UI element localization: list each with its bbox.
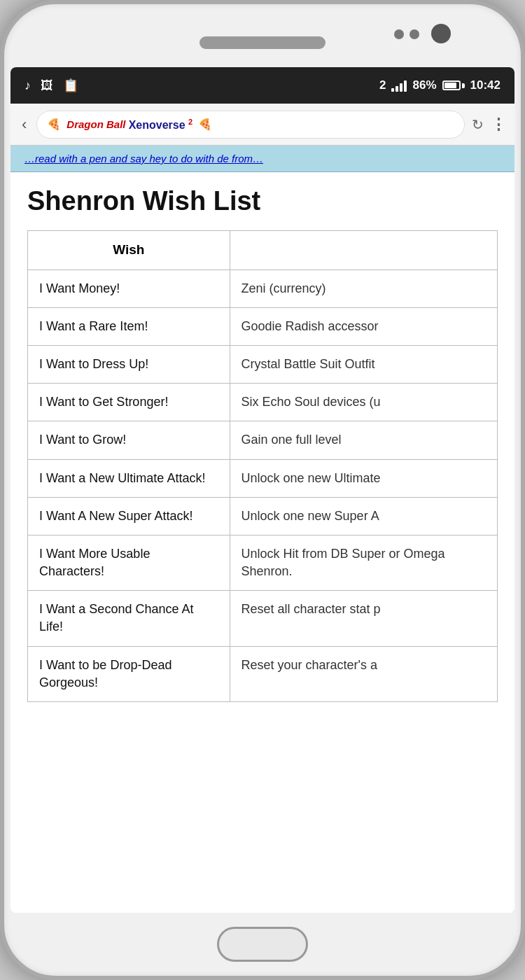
music-icon: ♪ (24, 78, 31, 93)
battery-icon (442, 80, 465, 90)
phone-screen: ♪ 🖼 📋 2 86% 10:42 (10, 67, 514, 913)
reward-cell: Unlock one new Super A (230, 497, 497, 535)
tab-title-main: Xenoverse 2 (129, 119, 193, 131)
col-header-reward (230, 231, 497, 270)
reward-cell: Gain one full level (230, 421, 497, 459)
reward-cell: Unlock one new Ultimate (230, 459, 497, 497)
status-bar: ♪ 🖼 📋 2 86% 10:42 (10, 67, 514, 104)
front-sensors (394, 29, 419, 39)
status-icons-left: ♪ 🖼 📋 (24, 78, 78, 93)
tab-favicon-right: 🍕 (198, 118, 212, 131)
browser-reload-button[interactable]: ↻ (472, 116, 484, 133)
wish-cell: I Want a Second Chance At Life! (28, 591, 230, 646)
reward-cell: Zeni (currency) (230, 270, 497, 307)
speaker-grille (200, 36, 326, 49)
reward-cell: Reset your character's a (230, 646, 497, 701)
clock: 10:42 (470, 78, 500, 92)
sim-indicator: 2 (379, 78, 386, 92)
signal-bars (391, 79, 407, 92)
page-body: Shenron Wish List Wish I Want Money!Zeni… (10, 172, 514, 716)
home-button[interactable] (217, 927, 308, 962)
image-icon: 🖼 (41, 78, 53, 93)
signal-bar-3 (400, 83, 402, 92)
wish-cell: I Want to Dress Up! (28, 345, 230, 383)
page-content: …read with a pen and say hey to do with … (10, 146, 514, 913)
col-header-wish: Wish (28, 231, 230, 270)
reward-cell: Crystal Battle Suit Outfit (230, 345, 497, 383)
wish-cell: I Want a Rare Item! (28, 307, 230, 345)
wish-cell: I Want a New Ultimate Attack! (28, 459, 230, 497)
browser-menu-button[interactable]: ⋮ (491, 115, 506, 134)
phone-top-bar (4, 4, 521, 67)
phone-frame: ♪ 🖼 📋 2 86% 10:42 (0, 0, 525, 980)
top-strip-text: …read with a pen and say hey to do with … (24, 153, 263, 164)
browser-nav-bar: ‹ 🍕 Dragon Ball Xenoverse 2 🍕 ↻ ⋮ (10, 104, 514, 146)
clipboard-icon: 📋 (63, 78, 78, 93)
wish-cell: I Want A New Super Attack! (28, 497, 230, 535)
status-right: 2 86% 10:42 (379, 78, 500, 92)
browser-address-bar[interactable]: 🍕 Dragon Ball Xenoverse 2 🍕 (36, 111, 465, 139)
reward-cell: Reset all character stat p (230, 591, 497, 646)
table-row: I Want Money!Zeni (currency) (28, 270, 498, 307)
page-top-strip: …read with a pen and say hey to do with … (10, 146, 514, 172)
signal-bar-1 (391, 88, 394, 92)
tab-sup: 2 (188, 117, 192, 125)
browser-back-button[interactable]: ‹ (19, 113, 29, 136)
page-title: Shenron Wish List (27, 186, 498, 216)
signal-bar-4 (404, 80, 407, 92)
signal-bar-2 (396, 86, 398, 92)
phone-bottom (4, 913, 521, 976)
wish-table: Wish I Want Money!Zeni (currency)I Want … (27, 230, 498, 702)
battery-tip (462, 83, 465, 88)
table-row: I Want A New Super Attack!Unlock one new… (28, 497, 498, 535)
table-header-row: Wish (28, 231, 498, 270)
tab-favicon-left: 🍕 (47, 118, 61, 131)
reward-cell: Unlock Hit from DB Super or Omega Shenro… (230, 535, 497, 590)
wish-cell: I Want to be Drop-Dead Gorgeous! (28, 646, 230, 701)
wish-cell: I Want to Get Stronger! (28, 384, 230, 421)
sensor-dot-2 (410, 29, 419, 39)
table-row: I Want a New Ultimate Attack!Unlock one … (28, 459, 498, 497)
table-row: I Want to Grow!Gain one full level (28, 421, 498, 459)
table-row: I Want More Usable Characters!Unlock Hit… (28, 535, 498, 590)
battery-body (442, 80, 461, 90)
table-row: I Want a Rare Item!Goodie Radish accesso… (28, 307, 498, 345)
sensor-dot-1 (394, 29, 404, 39)
browser-tab-title: Dragon Ball Xenoverse 2 (66, 117, 192, 131)
table-row: I Want to Get Stronger!Six Echo Soul dev… (28, 384, 498, 421)
reward-cell: Goodie Radish accessor (230, 307, 497, 345)
table-row: I Want to be Drop-Dead Gorgeous!Reset yo… (28, 646, 498, 701)
wish-table-body: I Want Money!Zeni (currency)I Want a Rar… (28, 270, 498, 701)
table-row: I Want to Dress Up!Crystal Battle Suit O… (28, 345, 498, 383)
wish-cell: I Want to Grow! (28, 421, 230, 459)
wish-cell: I Want More Usable Characters! (28, 535, 230, 590)
table-row: I Want a Second Chance At Life!Reset all… (28, 591, 498, 646)
battery-percent: 86% (412, 78, 436, 92)
reward-cell: Six Echo Soul devices (u (230, 384, 497, 421)
battery-fill (444, 83, 456, 88)
tab-title-prefix: Dragon Ball (66, 119, 128, 131)
wish-cell: I Want Money! (28, 270, 230, 307)
front-camera (431, 24, 451, 43)
